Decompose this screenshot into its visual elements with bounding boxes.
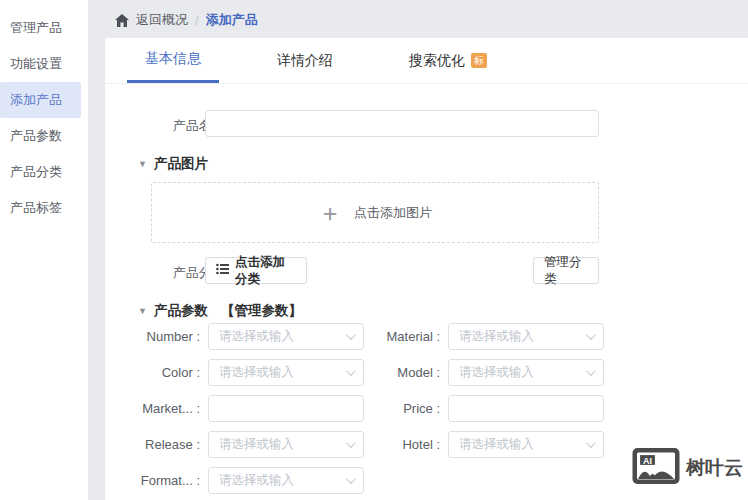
param-placeholder: 请选择或输入 (219, 328, 294, 345)
sidebar-item-2[interactable]: 添加产品 (0, 82, 81, 118)
product-image-section-header[interactable]: ▼ 产品图片 (138, 155, 208, 173)
manage-params-link[interactable]: 【管理参数】 (221, 302, 302, 320)
manage-category-button-label: 管理分类 (544, 254, 588, 288)
add-image-text: 点击添加图片 (354, 204, 432, 222)
sidebar-item-5[interactable]: 产品标签 (0, 190, 81, 226)
sidebar-item-0[interactable]: 管理产品 (0, 10, 81, 46)
param-label-1: Material : (372, 323, 440, 350)
tab-detail-intro-label: 详情介绍 (277, 52, 333, 70)
product-image-section-title: 产品图片 (154, 155, 208, 173)
breadcrumb-back-link[interactable]: 返回概况 (136, 11, 188, 29)
param-input-4[interactable] (208, 395, 364, 422)
watermark: AI 树叶云 (632, 446, 743, 490)
watermark-brand-text: 树叶云 (686, 455, 743, 481)
param-select-3[interactable]: 请选择或输入 (448, 359, 604, 386)
breadcrumb-current: 添加产品 (206, 11, 258, 29)
product-params-section-title: 产品参数 (154, 302, 208, 320)
tab-basic-info[interactable]: 基本信息 (127, 38, 219, 83)
collapse-triangle-icon[interactable]: ▼ (138, 159, 147, 169)
sidebar-item-label: 产品分类 (10, 164, 62, 179)
plus-icon: ＋ (318, 201, 342, 225)
breadcrumb: 返回概况 / 添加产品 (115, 10, 258, 30)
param-label-3: Model : (372, 359, 440, 386)
param-label-8: Format... : (114, 467, 200, 494)
sidebar-item-4[interactable]: 产品分类 (0, 154, 81, 190)
sidebar-item-label: 产品标签 (10, 200, 62, 215)
add-category-button-label: 点击添加分类 (235, 254, 296, 288)
watermark-image-icon: AI (632, 446, 680, 490)
tab-basic-info-label: 基本信息 (145, 50, 201, 68)
chevron-down-icon (346, 330, 356, 340)
param-label-5: Price : (372, 395, 440, 422)
param-select-1[interactable]: 请选择或输入 (448, 323, 604, 350)
product-name-field (205, 110, 599, 137)
add-category-button[interactable]: 点击添加分类 (205, 257, 307, 284)
tab-bar: 基本信息 详情介绍 搜索优化 标 (105, 38, 748, 84)
sidebar-item-label: 产品参数 (10, 128, 62, 143)
param-placeholder: 请选择或输入 (219, 364, 294, 381)
tab-detail-intro[interactable]: 详情介绍 (259, 38, 351, 83)
chevron-down-icon (586, 438, 596, 448)
tab-seo-badge: 标 (471, 53, 487, 68)
param-placeholder: 请选择或输入 (459, 364, 534, 381)
product-name-input[interactable] (206, 111, 598, 136)
chevron-down-icon (346, 438, 356, 448)
tab-seo[interactable]: 搜索优化 标 (391, 38, 505, 83)
manage-category-button[interactable]: 管理分类 (533, 257, 599, 284)
param-text-input-4[interactable] (209, 396, 363, 421)
param-label-2: Color : (114, 359, 200, 386)
param-select-0[interactable]: 请选择或输入 (208, 323, 364, 350)
sidebar-item-label: 管理产品 (10, 20, 62, 35)
chevron-down-icon (346, 366, 356, 376)
collapse-triangle-icon[interactable]: ▼ (138, 306, 147, 316)
content-card: 基本信息 详情介绍 搜索优化 标 产品名称 : ▼ 产品图片 ＋ 点击添加图片 … (105, 38, 748, 500)
param-select-8[interactable]: 请选择或输入 (208, 467, 364, 494)
param-placeholder: 请选择或输入 (459, 436, 534, 453)
param-grid: Number :请选择或输入Material :请选择或输入Color :请选择… (114, 323, 604, 494)
page: 返回概况 / 添加产品 管理产品功能设置添加产品产品参数产品分类产品标签 基本信… (0, 0, 748, 500)
sidebar-item-3[interactable]: 产品参数 (0, 118, 81, 154)
chevron-down-icon (346, 474, 356, 484)
sidebar-item-label: 功能设置 (10, 56, 62, 71)
param-label-0: Number : (114, 323, 200, 350)
category-list-icon (216, 263, 229, 278)
param-placeholder: 请选择或输入 (459, 328, 534, 345)
add-image-dropzone[interactable]: ＋ 点击添加图片 (151, 182, 599, 243)
sidebar-item-label: 添加产品 (10, 92, 62, 107)
param-input-5[interactable] (448, 395, 604, 422)
breadcrumb-separator: / (195, 13, 199, 28)
home-icon[interactable] (115, 14, 129, 27)
param-select-7[interactable]: 请选择或输入 (448, 431, 604, 458)
sidebar: 管理产品功能设置添加产品产品参数产品分类产品标签 (0, 0, 88, 500)
product-params-section-header[interactable]: ▼ 产品参数 【管理参数】 (138, 302, 302, 320)
tab-seo-label: 搜索优化 (409, 52, 465, 70)
param-placeholder: 请选择或输入 (219, 436, 294, 453)
param-text-input-5[interactable] (449, 396, 603, 421)
param-label-6: Release : (114, 431, 200, 458)
chevron-down-icon (586, 366, 596, 376)
param-label-4: Market... : (114, 395, 200, 422)
svg-text:AI: AI (643, 456, 652, 466)
param-select-6[interactable]: 请选择或输入 (208, 431, 364, 458)
chevron-down-icon (586, 330, 596, 340)
param-label-7: Hotel : (372, 431, 440, 458)
sidebar-item-1[interactable]: 功能设置 (0, 46, 81, 82)
param-select-2[interactable]: 请选择或输入 (208, 359, 364, 386)
param-placeholder: 请选择或输入 (219, 472, 294, 489)
